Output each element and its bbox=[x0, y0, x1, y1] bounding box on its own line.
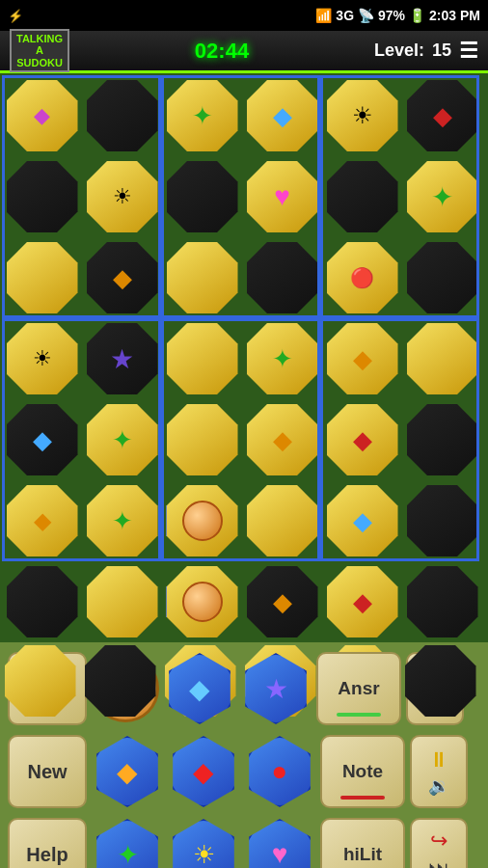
cell-r8c6[interactable] bbox=[400, 640, 480, 721]
cell-r1c4[interactable]: ◆ bbox=[242, 75, 322, 156]
cell-r1c2[interactable] bbox=[82, 75, 162, 156]
cell-r2c4[interactable]: ♥ bbox=[242, 156, 322, 237]
tile-r1c3: ✦ bbox=[167, 80, 238, 151]
tile-r6c5: ◆ bbox=[327, 485, 398, 556]
menu-icon[interactable]: ☰ bbox=[459, 39, 478, 64]
tile-r7c6 bbox=[407, 566, 478, 637]
cell-r8c2[interactable] bbox=[80, 640, 160, 721]
cell-r4c3[interactable] bbox=[162, 318, 242, 399]
tile-r5c5: ◆ bbox=[327, 404, 398, 475]
cell-r5c5[interactable]: ◆ bbox=[322, 399, 402, 480]
cell-r2c1[interactable] bbox=[2, 156, 82, 237]
pause-icon: ⏸ bbox=[428, 747, 449, 773]
cell-r6c1[interactable]: ◆ bbox=[2, 480, 82, 561]
cell-r4c5[interactable]: ◆ bbox=[322, 318, 402, 399]
cell-r7c4[interactable]: ◆ bbox=[242, 561, 322, 642]
cell-r1c6[interactable]: ◆ bbox=[402, 75, 482, 156]
level-number: 15 bbox=[432, 41, 451, 61]
cell-r2c3[interactable] bbox=[162, 156, 242, 237]
cell-r6c2[interactable]: ✦ bbox=[82, 480, 162, 561]
tile-r6c4 bbox=[247, 485, 318, 556]
gem-orange-diamond[interactable]: ◆ bbox=[92, 736, 163, 807]
usb-icon: ⚡ bbox=[8, 9, 23, 23]
cell-r6c5[interactable]: ◆ bbox=[322, 480, 402, 561]
help-button[interactable]: Help bbox=[8, 818, 87, 868]
hilit-button[interactable]: hiLit bbox=[320, 818, 405, 868]
board-grid[interactable]: ◆ ✦ ◆ ☀ ◆ ☀ ♥ ✦ ◆ 🔴 ☀ ★ ✦ ◆ bbox=[0, 73, 480, 644]
tile-r4c6 bbox=[407, 323, 478, 394]
gem-sun[interactable]: ☀ bbox=[168, 819, 239, 868]
cell-r3c5[interactable]: 🔴 bbox=[322, 237, 402, 318]
cell-r4c1[interactable]: ☀ bbox=[2, 318, 82, 399]
cell-r7c2[interactable] bbox=[82, 561, 162, 642]
battery-icon: 🔋 bbox=[409, 8, 425, 23]
cell-r3c1[interactable] bbox=[2, 237, 82, 318]
game-board: .board-grid { display: grid; grid-templa… bbox=[0, 73, 488, 642]
signal-icon: 📡 bbox=[358, 8, 374, 23]
cell-r3c4[interactable] bbox=[242, 237, 322, 318]
cell-r3c3[interactable] bbox=[162, 237, 242, 318]
cell-r5c3[interactable] bbox=[162, 399, 242, 480]
battery-label: 97% bbox=[378, 8, 405, 23]
tile-r3c4 bbox=[247, 242, 318, 313]
cell-r7c1[interactable] bbox=[2, 561, 82, 642]
network-label: 3G bbox=[336, 8, 354, 23]
tile-r5c3 bbox=[167, 404, 238, 475]
cell-r7c6[interactable] bbox=[402, 561, 482, 642]
tile-r2c2: ☀ bbox=[87, 161, 158, 232]
gem-red-circle[interactable]: ● bbox=[244, 736, 315, 807]
cell-r4c2[interactable]: ★ bbox=[82, 318, 162, 399]
tile-r1c4: ◆ bbox=[247, 80, 318, 151]
cell-r2c2[interactable]: ☀ bbox=[82, 156, 162, 237]
cell-r2c5[interactable] bbox=[322, 156, 402, 237]
cell-r4c6[interactable] bbox=[402, 318, 482, 399]
cell-r8c1[interactable] bbox=[0, 640, 80, 721]
tile-r2c4: ♥ bbox=[247, 161, 318, 232]
cell-r1c5[interactable]: ☀ bbox=[322, 75, 402, 156]
tile-r8c6 bbox=[405, 645, 476, 717]
tile-r6c2: ✦ bbox=[87, 485, 158, 556]
cell-r2c6[interactable]: ✦ bbox=[402, 156, 482, 237]
new-button[interactable]: New bbox=[8, 735, 87, 808]
tile-r4c4: ✦ bbox=[247, 323, 318, 394]
vol-icon: 🔉 bbox=[428, 775, 449, 797]
tile-r1c2 bbox=[87, 80, 158, 151]
wifi-icon: 📶 bbox=[315, 8, 332, 23]
cell-r3c6[interactable] bbox=[402, 237, 482, 318]
gem-red-diamond[interactable]: ◆ bbox=[168, 736, 239, 807]
tile-r1c6: ◆ bbox=[407, 80, 478, 151]
cell-r6c3[interactable] bbox=[162, 480, 242, 561]
app-header: TALKING A SUDOKU 02:44 Level: 15 ☰ bbox=[0, 31, 488, 73]
cell-r3c2[interactable]: ◆ bbox=[82, 237, 162, 318]
redo-fwd-button[interactable]: ↪ ⏭ bbox=[410, 818, 468, 868]
tile-r4c3 bbox=[167, 323, 238, 394]
cell-r6c4[interactable] bbox=[242, 480, 322, 561]
gem-green-star[interactable]: ✦ bbox=[92, 819, 163, 868]
cell-r1c3[interactable]: ✦ bbox=[162, 75, 242, 156]
tile-r8c1 bbox=[5, 645, 76, 717]
cell-r5c4[interactable]: ◆ bbox=[242, 399, 322, 480]
timer-display: 02:44 bbox=[195, 39, 249, 64]
cell-r5c6[interactable] bbox=[402, 399, 482, 480]
ansr-button[interactable]: Ansr bbox=[316, 652, 401, 725]
cell-r7c3[interactable] bbox=[162, 561, 242, 642]
cell-r6c6[interactable] bbox=[402, 480, 482, 561]
tile-r5c4: ◆ bbox=[247, 404, 318, 475]
cell-r1c1[interactable]: ◆ bbox=[2, 75, 82, 156]
tile-r7c1 bbox=[7, 566, 78, 637]
cell-r5c1[interactable]: ◆ bbox=[2, 399, 82, 480]
note-button[interactable]: Note bbox=[320, 735, 405, 808]
gem-pink-heart[interactable]: ♥ bbox=[244, 819, 315, 868]
level-label: Level: bbox=[374, 41, 424, 61]
tile-r3c1 bbox=[7, 242, 78, 313]
tile-r5c2: ✦ bbox=[87, 404, 158, 475]
level-info: Level: 15 ☰ bbox=[374, 39, 478, 64]
cell-r7c5[interactable]: ◆ bbox=[322, 561, 402, 642]
pause-vol-button[interactable]: ⏸ 🔉 bbox=[410, 735, 468, 808]
cell-r4c4[interactable]: ✦ bbox=[242, 318, 322, 399]
tile-r5c6 bbox=[407, 404, 478, 475]
cell-r5c2[interactable]: ✦ bbox=[82, 399, 162, 480]
board-wrapper: ◆ ✦ ◆ ☀ ◆ ☀ ♥ ✦ ◆ 🔴 ☀ ★ ✦ ◆ bbox=[0, 73, 480, 640]
tile-r3c2: ◆ bbox=[87, 242, 158, 313]
tile-r1c5: ☀ bbox=[327, 80, 398, 151]
